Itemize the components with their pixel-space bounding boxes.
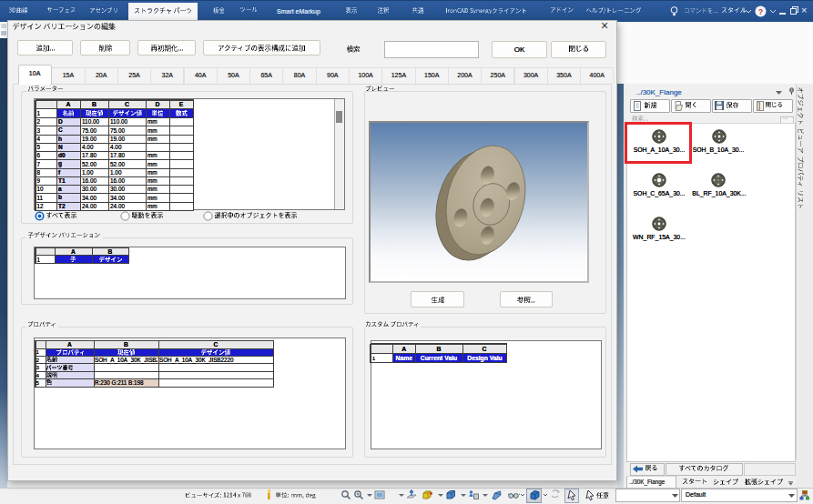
svg-text:?: ? [758,7,764,16]
